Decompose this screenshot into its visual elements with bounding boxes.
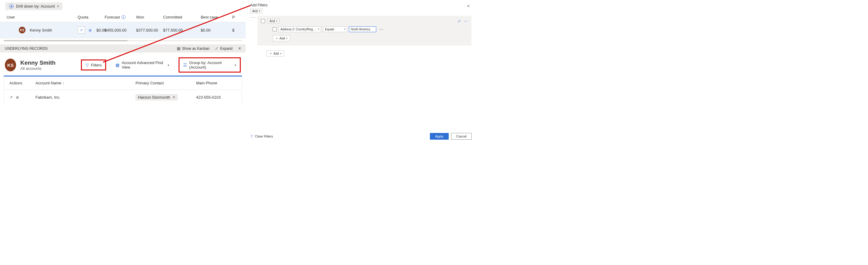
user-name: Kenny Smith bbox=[30, 28, 52, 32]
field-selector[interactable]: Address 2: Country/Reg… ▾ bbox=[278, 26, 321, 32]
col-forecast: Forecast i bbox=[104, 15, 135, 20]
close-icon[interactable]: ✕ bbox=[238, 46, 241, 51]
plus-icon: ＋ bbox=[269, 51, 272, 56]
group-checkbox[interactable] bbox=[261, 19, 265, 23]
forecast-pane: ⊕ Drill down by: Account ▾ User Quota Fo… bbox=[0, 0, 246, 105]
chevron-down-icon: ▾ bbox=[235, 63, 236, 67]
filter-group: And ▾ ⤢ ⋯ Address 2: Country/Reg… ▾ Equa… bbox=[257, 16, 471, 46]
chevron-down-icon: ▾ bbox=[259, 10, 260, 12]
detail-header: KS Kenny Smith All accounts ▽ Filters ▦ … bbox=[0, 53, 246, 76]
scrollbar-thumb[interactable] bbox=[4, 40, 128, 41]
cell-won: $377,500.00 bbox=[136, 28, 162, 32]
col-won: Won bbox=[136, 15, 162, 20]
forecast-row[interactable]: KS Kenny Smith ↗ ⊕ $0.00 $455,000.00 $37… bbox=[0, 22, 246, 38]
add-filters-panel: Add Filters ✕ And ▾ And ▾ ⤢ ⋯ bbox=[250, 3, 471, 56]
filter-condition-row: Address 2: Country/Reg… ▾ Equals ▾ North… bbox=[273, 26, 468, 32]
list-icon: ☰ bbox=[183, 62, 187, 68]
cell-bestcase: $0.00 bbox=[201, 28, 231, 32]
root-and-selector[interactable]: And ▾ bbox=[250, 9, 262, 14]
filters-button[interactable]: ▽ Filters bbox=[81, 59, 106, 71]
detail-avatar: KS bbox=[5, 59, 16, 71]
underlying-title: UNDERLYING RECORDS bbox=[5, 47, 48, 51]
operator-selector[interactable]: Equals ▾ bbox=[323, 26, 347, 32]
avatar: KS bbox=[19, 27, 26, 33]
panel-footer: ▽ Clear Filters Apply Cancel bbox=[250, 133, 472, 140]
add-condition-button[interactable]: ＋ Add ▾ bbox=[273, 35, 290, 41]
view-selector[interactable]: ▦ Account Advanced Find View ▾ bbox=[112, 58, 173, 72]
show-as-kanban-button[interactable]: ▦ Show as Kanban bbox=[177, 46, 210, 51]
more-icon[interactable]: ⋯ bbox=[464, 19, 468, 23]
forecast-grid-header: User Quota Forecast i Won Committed Best… bbox=[0, 12, 246, 22]
sort-asc-icon: ↑ bbox=[62, 81, 64, 85]
cell-committed: $77,500.00 bbox=[163, 28, 199, 32]
filter-icon: ▽ bbox=[86, 62, 89, 68]
cell-contact: Haroun Stormonth ✕ bbox=[135, 94, 196, 101]
add-icon[interactable]: ⊕ bbox=[16, 95, 19, 100]
remove-contact-icon[interactable]: ✕ bbox=[173, 95, 175, 99]
cell-forecast: $455,000.00 bbox=[104, 28, 135, 32]
condition-more-icon[interactable]: ⋯ bbox=[379, 27, 383, 32]
plus-icon: ＋ bbox=[275, 36, 278, 41]
drilldown-bar: ⊕ Drill down by: Account ▾ bbox=[0, 0, 246, 12]
connector-line bbox=[250, 17, 256, 18]
chevron-down-icon: ▾ bbox=[344, 28, 346, 31]
value-input[interactable]: North America bbox=[349, 26, 376, 32]
chevron-down-icon: ▾ bbox=[280, 52, 281, 55]
expand-button[interactable]: ⤢ Expand bbox=[215, 46, 232, 51]
underlying-records-bar: UNDERLYING RECORDS ▦ Show as Kanban ⤢ Ex… bbox=[0, 44, 246, 53]
grid-icon: ▦ bbox=[116, 62, 120, 68]
detail-title-block: Kenny Smith All accounts bbox=[20, 59, 75, 71]
expand-icon: ⤢ bbox=[215, 46, 218, 51]
col-bestcase: Best case bbox=[201, 15, 231, 20]
apply-button[interactable]: Apply bbox=[430, 133, 449, 140]
condition-checkbox[interactable] bbox=[273, 27, 277, 31]
chevron-down-icon: ▾ bbox=[276, 20, 277, 23]
clear-filter-icon: ▽ bbox=[250, 134, 253, 138]
contact-pill[interactable]: Haroun Stormonth ✕ bbox=[135, 94, 178, 101]
row-actions: ↗ ⊕ $0.00 bbox=[78, 26, 106, 34]
chevron-down-icon: ▾ bbox=[318, 28, 319, 31]
group-by-selector[interactable]: ☰ Group by: Account (Account) ▾ bbox=[179, 57, 241, 73]
detail-subtitle: All accounts bbox=[20, 66, 75, 71]
horizontal-scrollbar[interactable] bbox=[4, 40, 242, 41]
clear-filters-button[interactable]: ▽ Clear Filters bbox=[250, 134, 273, 138]
group-and-selector[interactable]: And ▾ bbox=[268, 19, 280, 23]
cell-account: Fabrikam, Inc. bbox=[35, 95, 135, 100]
records-table-header: Actions Account Name↑ Primary Contact Ma… bbox=[4, 77, 242, 90]
chevron-down-icon: ▾ bbox=[57, 4, 59, 8]
target-row-icon[interactable]: ⊕ bbox=[87, 27, 93, 33]
panel-close-icon[interactable]: ✕ bbox=[467, 4, 470, 8]
cell-pipeline: $ bbox=[232, 28, 241, 32]
records-table-row[interactable]: ↗ ⊕ Fabrikam, Inc. Haroun Stormonth ✕ 42… bbox=[4, 90, 242, 105]
share-icon[interactable]: ↗ bbox=[78, 26, 85, 34]
th-actions: Actions bbox=[9, 81, 35, 85]
drilldown-chip[interactable]: ⊕ Drill down by: Account ▾ bbox=[5, 2, 62, 10]
cancel-button[interactable]: Cancel bbox=[451, 133, 472, 140]
th-phone[interactable]: Main Phone bbox=[196, 81, 251, 85]
collapse-icon[interactable]: ⤢ bbox=[458, 19, 461, 23]
col-pipeline: P bbox=[232, 15, 241, 20]
user-cell: KS Kenny Smith bbox=[7, 27, 76, 33]
info-icon[interactable]: i bbox=[122, 15, 125, 19]
target-icon: ⊕ bbox=[9, 4, 13, 8]
detail-name: Kenny Smith bbox=[20, 59, 75, 66]
chevron-down-icon: ▾ bbox=[168, 63, 169, 67]
drilldown-label: Drill down by: Account bbox=[16, 4, 55, 8]
col-user: User bbox=[7, 15, 76, 20]
chevron-down-icon: ▾ bbox=[286, 37, 287, 40]
kanban-icon: ▦ bbox=[177, 46, 180, 51]
col-committed: Committed bbox=[163, 15, 199, 20]
panel-title: Add Filters bbox=[250, 3, 471, 7]
cell-phone: 423-555-0103 bbox=[196, 95, 251, 100]
row-action-icons: ↗ ⊕ bbox=[9, 95, 35, 100]
open-icon[interactable]: ↗ bbox=[9, 95, 13, 100]
col-quota: Quota bbox=[78, 15, 103, 20]
th-contact[interactable]: Primary Contact bbox=[135, 81, 196, 85]
th-account[interactable]: Account Name↑ bbox=[35, 81, 135, 85]
add-group-button[interactable]: ＋ Add ▾ bbox=[267, 50, 284, 56]
